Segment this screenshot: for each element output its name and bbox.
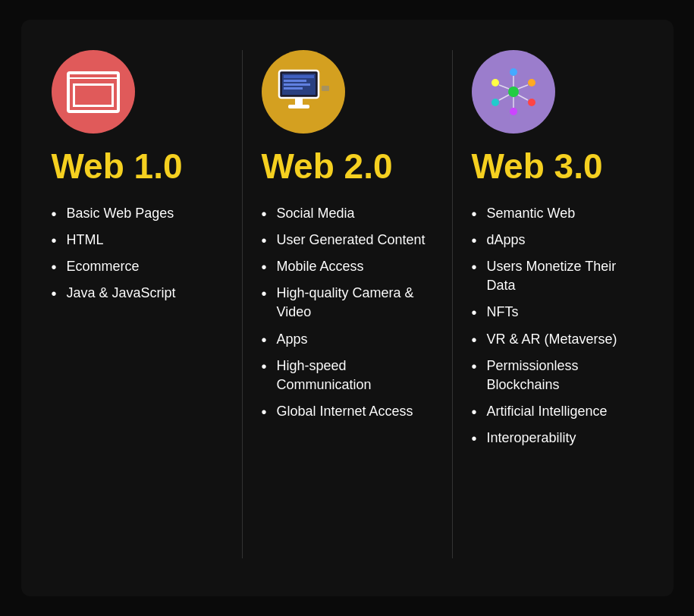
list-item: Apps [262, 330, 433, 349]
svg-rect-6 [295, 98, 303, 105]
list-item: NFTs [472, 303, 643, 322]
svg-line-17 [518, 85, 528, 89]
svg-rect-7 [288, 105, 309, 108]
list-item: Java & JavaScript [52, 284, 176, 303]
svg-point-10 [510, 68, 517, 76]
svg-point-13 [510, 108, 517, 115]
list-item: Social Media [262, 204, 433, 223]
main-container: Web 1.0 Basic Web Pages HTML Ecommerce J… [21, 20, 674, 596]
list-item: User Generated Content [262, 231, 433, 250]
web2-title: Web 2.0 [262, 147, 393, 186]
list-item: High-quality Camera & Video [262, 284, 433, 322]
svg-line-21 [499, 85, 509, 89]
web1-icon [52, 50, 135, 134]
list-item: Basic Web Pages [52, 204, 176, 223]
list-item: Semantic Web [472, 204, 643, 223]
divider-1 [242, 50, 243, 558]
list-item: Artificial Intelligence [472, 402, 643, 421]
list-item: HTML [52, 231, 176, 250]
svg-rect-4 [284, 83, 310, 86]
list-item: Interoperability [472, 429, 643, 448]
svg-rect-8 [322, 86, 329, 91]
list-item: dApps [472, 231, 643, 250]
network-svg-icon [486, 64, 541, 119]
divider-2 [452, 50, 453, 558]
list-item: VR & AR (Metaverse) [472, 330, 643, 349]
column-web2: Web 2.0 Social Media User Generated Cont… [254, 50, 441, 558]
browser-icon [67, 71, 120, 113]
web2-icon [262, 50, 345, 134]
web3-list: Semantic Web dApps Users Monetize Their … [472, 204, 643, 456]
web3-icon [472, 50, 555, 134]
monitor-svg-icon [276, 69, 331, 115]
list-item: Users Monetize Their Data [472, 257, 643, 295]
svg-rect-2 [284, 75, 314, 78]
web1-title: Web 1.0 [52, 147, 183, 186]
svg-line-20 [499, 95, 509, 100]
list-item: Mobile Access [262, 257, 433, 276]
svg-rect-3 [284, 80, 306, 82]
list-item: Global Internet Access [262, 402, 433, 421]
web2-list: Social Media User Generated Content Mobi… [262, 204, 433, 429]
web1-list: Basic Web Pages HTML Ecommerce Java & Ja… [52, 204, 176, 311]
browser-inner [73, 83, 114, 107]
list-item: Ecommerce [52, 257, 176, 276]
list-item: Permissionless Blockchains [472, 357, 643, 394]
svg-point-14 [491, 99, 499, 106]
svg-point-12 [528, 99, 535, 106]
svg-line-18 [518, 95, 528, 100]
svg-point-15 [491, 79, 499, 86]
column-web1: Web 1.0 Basic Web Pages HTML Ecommerce J… [44, 50, 231, 558]
list-item: High-speed Communication [262, 357, 433, 394]
svg-point-11 [528, 79, 535, 86]
svg-rect-5 [284, 87, 303, 90]
svg-point-9 [508, 86, 519, 97]
column-web3: Web 3.0 Semantic Web dApps Users Monetiz… [464, 50, 651, 558]
web3-title: Web 3.0 [472, 147, 603, 186]
